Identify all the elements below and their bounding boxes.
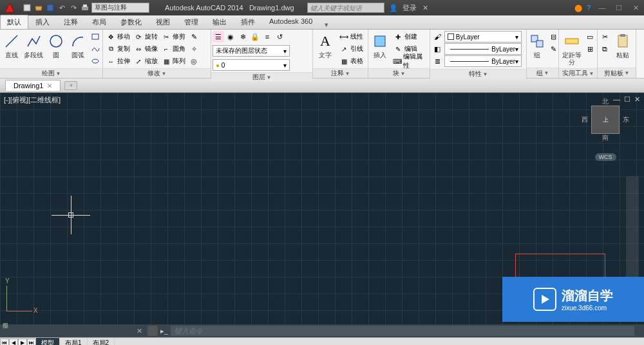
ribbon-tab-0[interactable]: 默认 [0, 15, 28, 29]
open-icon[interactable] [33, 3, 44, 13]
copy-button[interactable]: ⧉复制 [104, 43, 131, 55]
layout-nav-last[interactable]: ⏭ [27, 339, 36, 346]
calc-icon[interactable]: ⊞ [584, 43, 596, 55]
color-dropdown[interactable]: ByLayer▾ [444, 31, 522, 42]
ribbon-tab-3[interactable]: 布局 [85, 15, 113, 29]
measure-button[interactable]: 定距等分 [560, 31, 583, 67]
colorprop-icon[interactable]: ◧ [431, 43, 443, 55]
circle-button[interactable]: 圆 [46, 31, 66, 60]
groupedit-icon[interactable]: ✎ [547, 43, 559, 55]
layout-nav-first[interactable]: ⏮ [0, 339, 9, 346]
layout-tab-model[interactable]: 模型 [36, 338, 60, 346]
info-icon[interactable]: ⬤ [573, 3, 583, 13]
select-icon[interactable]: ▭ [584, 31, 596, 42]
command-input[interactable] [171, 326, 634, 336]
move-button[interactable]: ✥移动 [104, 31, 131, 42]
exchange-icon[interactable]: ✕ [421, 3, 431, 13]
minimize-button[interactable]: — [594, 2, 611, 14]
table-button[interactable]: ▦表格 [337, 55, 365, 67]
vp-close-button[interactable]: ✕ [634, 95, 640, 104]
ribbon-tab-6[interactable]: 管理 [177, 15, 205, 29]
copy-clip-icon[interactable]: ⧉ [599, 43, 611, 55]
explode-icon[interactable]: ✧ [188, 43, 200, 55]
cut-icon[interactable]: ✂ [599, 31, 611, 42]
polyline-button[interactable]: 多段线 [23, 31, 44, 60]
group-button[interactable]: 组 [528, 31, 546, 60]
array-button[interactable]: ▦阵列 [160, 55, 187, 67]
tab-expand-icon[interactable]: ▾ [325, 21, 328, 29]
stretch-button[interactable]: ↔拉伸 [104, 55, 131, 67]
dim-linear-button[interactable]: ⟷线性 [337, 31, 365, 42]
undo-icon[interactable]: ↶ [57, 3, 67, 13]
layout-tab-2[interactable]: 布局2 [88, 338, 115, 346]
viewcube-south[interactable]: 南 [602, 133, 609, 142]
viewcube-north[interactable]: 北 [602, 97, 609, 106]
help-search-input[interactable] [307, 3, 384, 13]
ungroup-icon[interactable]: ⊟ [547, 31, 559, 42]
listprop-icon[interactable]: ≣ [431, 55, 443, 67]
layeroff-icon[interactable]: ◉ [225, 31, 236, 42]
ribbon-tab-4[interactable]: 参数化 [113, 15, 149, 29]
close-button[interactable]: ✕ [627, 2, 644, 14]
scale-button[interactable]: ⤢缩放 [132, 55, 159, 67]
maximize-button[interactable]: ☐ [611, 2, 627, 14]
viewcube[interactable]: 上 北 南 东 西 WCS [580, 106, 631, 161]
rectangle-icon[interactable] [90, 31, 101, 42]
workspace-dropdown[interactable] [91, 3, 149, 13]
viewport-label[interactable]: [-][俯视][二维线框] [4, 95, 61, 105]
new-file-tab-button[interactable]: + [64, 81, 77, 90]
ribbon-tab-2[interactable]: 注释 [57, 15, 85, 29]
erase-icon[interactable]: ✎ [188, 31, 200, 42]
matchprop-icon[interactable]: 🖌 [431, 31, 443, 42]
redo-icon[interactable]: ↷ [68, 3, 79, 13]
linetype-dropdown[interactable]: ByLayer▾ [444, 55, 522, 67]
login-label[interactable]: 登录 [399, 3, 421, 13]
wcs-badge[interactable]: WCS [595, 153, 616, 161]
app-logo[interactable] [3, 1, 17, 15]
mirror-button[interactable]: ⇔镜像 [132, 43, 159, 55]
insert-block-button[interactable]: 插入 [370, 31, 390, 60]
paste-button[interactable]: 粘贴 [612, 31, 634, 60]
lineweight-dropdown[interactable]: ByLayer▾ [444, 43, 522, 55]
drawing-viewport[interactable]: [-][俯视][二维线框] — ☐ ✕ Y X 上 北 南 东 西 WCS 溜溜… [0, 93, 644, 324]
offset-icon[interactable]: ◎ [188, 55, 200, 67]
ribbon-tab-5[interactable]: 视图 [149, 15, 177, 29]
arc-button[interactable]: 圆弧 [68, 31, 88, 60]
ribbon-tab-1[interactable]: 插入 [28, 15, 57, 29]
ellipse-icon[interactable] [90, 55, 101, 67]
user-icon[interactable]: 👤 [388, 3, 399, 13]
trim-button[interactable]: ✂修剪 [160, 31, 187, 42]
viewcube-west[interactable]: 西 [582, 115, 588, 124]
viewcube-east[interactable]: 东 [623, 115, 629, 124]
rotate-button[interactable]: ⟳旋转 [132, 31, 159, 42]
layermatch-icon[interactable]: ≡ [261, 31, 273, 42]
block-editattr-button[interactable]: ⌨编辑属性 [392, 55, 428, 67]
viewcube-top[interactable]: 上 [603, 116, 609, 124]
ribbon-tab-7[interactable]: 输出 [205, 15, 234, 29]
leader-button[interactable]: ↗引线 [337, 43, 365, 55]
layerprop-icon[interactable]: ☰ [213, 31, 224, 42]
layerprev-icon[interactable]: ↺ [274, 31, 285, 42]
fillet-button[interactable]: ⌐圆角 [160, 43, 187, 55]
spline-icon[interactable] [90, 43, 101, 55]
ribbon-tab-9[interactable]: Autodesk 360 [262, 15, 319, 29]
cmdline-close-icon[interactable]: ✕ [134, 327, 145, 335]
cmdline-menu-icon[interactable] [147, 326, 158, 336]
print-icon[interactable] [80, 3, 90, 13]
layerfreeze-icon[interactable]: ❄ [237, 31, 249, 42]
vp-minimize-button[interactable]: — [613, 95, 620, 104]
ribbon-tab-8[interactable]: 插件 [234, 15, 262, 29]
file-tab-drawing1[interactable]: Drawing1 ✕ [5, 80, 61, 91]
layout-tab-1[interactable]: 布局1 [60, 338, 88, 346]
line-button[interactable]: 直线 [1, 31, 22, 60]
file-tab-close-icon[interactable]: ✕ [47, 82, 52, 89]
layer-state-dropdown[interactable]: 未保存的图层状态▾ [213, 45, 290, 57]
block-create-button[interactable]: ✚创建 [392, 31, 428, 42]
layout-nav-next[interactable]: ▶ [18, 339, 27, 346]
layerlock-icon[interactable]: 🔒 [249, 31, 261, 42]
layout-nav-prev[interactable]: ◀ [9, 339, 18, 346]
vp-maximize-button[interactable]: ☐ [624, 95, 630, 104]
new-icon[interactable] [22, 3, 32, 13]
save-icon[interactable] [45, 3, 55, 13]
layer-name-dropdown[interactable]: ● 0▾ [213, 59, 290, 71]
